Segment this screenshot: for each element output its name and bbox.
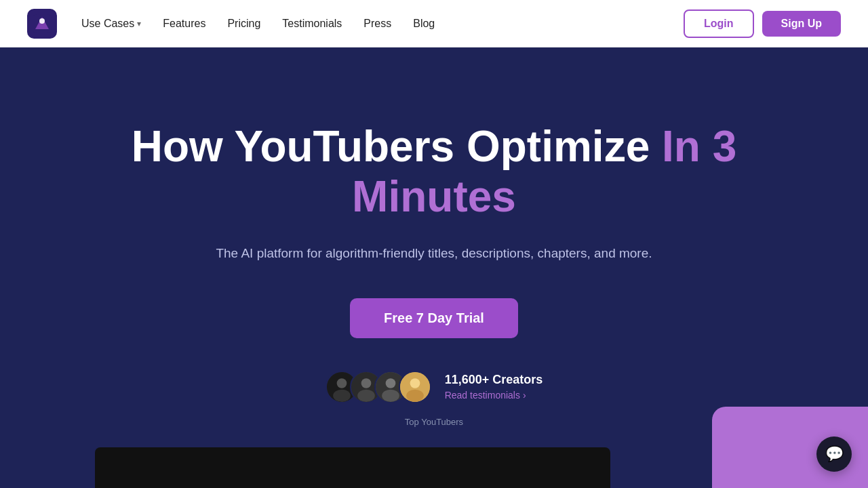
nav-blog[interactable]: Blog	[413, 18, 435, 30]
logo-icon	[27, 9, 57, 39]
nav-features[interactable]: Features	[163, 18, 205, 30]
svg-point-13	[410, 378, 420, 388]
top-youtubers-label: Top YouTubers	[405, 417, 463, 427]
login-button[interactable]: Login	[684, 9, 754, 38]
signup-button[interactable]: Sign Up	[762, 11, 841, 37]
svg-point-10	[385, 378, 395, 388]
nav-press[interactable]: Press	[363, 18, 391, 30]
svg-point-5	[333, 389, 351, 401]
svg-point-7	[361, 378, 371, 388]
creators-count: 11,600+ Creators	[445, 373, 543, 387]
logo[interactable]	[27, 9, 57, 39]
hero-section: How YouTubers Optimize In 3 Minutes The …	[0, 47, 868, 488]
nav-pricing[interactable]: Pricing	[227, 18, 260, 30]
avatar	[399, 371, 431, 403]
social-proof: 11,600+ Creators Read testimonials ›	[326, 371, 543, 403]
header-right: Login Sign Up	[684, 9, 841, 38]
chat-icon: 💬	[825, 445, 844, 463]
nav-use-cases[interactable]: Use Cases ▾	[81, 18, 141, 30]
header: Use Cases ▾ Features Pricing Testimonial…	[0, 0, 868, 47]
svg-point-14	[406, 389, 424, 401]
chevron-right-icon: ›	[523, 390, 526, 401]
social-text: 11,600+ Creators Read testimonials ›	[445, 373, 543, 401]
chevron-down-icon: ▾	[137, 19, 141, 28]
video-strip	[95, 447, 610, 488]
svg-point-4	[336, 378, 347, 388]
nav: Use Cases ▾ Features Pricing Testimonial…	[81, 18, 435, 30]
header-left: Use Cases ▾ Features Pricing Testimonial…	[27, 9, 435, 39]
svg-point-11	[382, 389, 399, 401]
free-trial-button[interactable]: Free 7 Day Trial	[350, 298, 518, 338]
svg-point-8	[357, 389, 375, 401]
nav-testimonials[interactable]: Testimonials	[282, 18, 342, 30]
avatar-group	[326, 371, 431, 403]
svg-point-2	[39, 18, 45, 24]
hero-title: How YouTubers Optimize In 3 Minutes	[129, 122, 739, 222]
read-testimonials-link[interactable]: Read testimonials ›	[445, 390, 526, 401]
hero-subtitle: The AI platform for algorithm-friendly t…	[216, 243, 652, 264]
chat-widget[interactable]: 💬	[816, 436, 852, 472]
